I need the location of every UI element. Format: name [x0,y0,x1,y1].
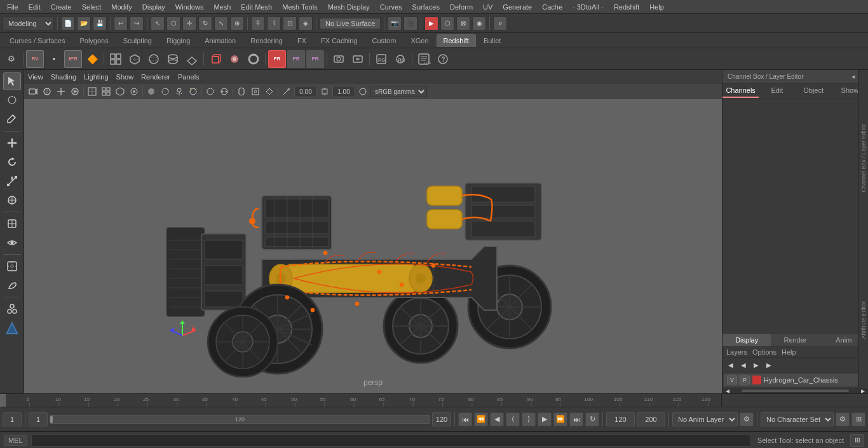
snap-curve-btn[interactable]: ⌇ [267,17,281,31]
shelf-subdiv-btn[interactable] [226,50,243,68]
paint-attr-lt-btn[interactable] [3,276,21,294]
universal-tool-btn[interactable]: ⊕ [230,17,244,31]
menu-mesh-tools[interactable]: Mesh Tools [278,2,322,12]
shelf-rs1-btn[interactable]: RS [372,50,390,68]
snap-grid-btn[interactable]: # [251,17,265,31]
range-bar[interactable]: 120 [50,415,430,424]
undo-btn[interactable]: ↩ [114,17,128,31]
script-type-btn[interactable]: MEL [4,435,27,446]
universal-lt-btn[interactable] [3,191,21,209]
shelf-box-btn[interactable] [126,50,144,68]
save-file-btn[interactable]: 💾 [93,17,107,31]
vp-cam-btn4[interactable] [69,85,81,98]
camera-btn2[interactable]: 🎥 [403,17,417,31]
open-file-btn[interactable]: 📂 [77,17,91,31]
range-end-input[interactable] [432,412,451,426]
vp-snap1-btn[interactable] [235,85,248,98]
shelf-ipr2-btn[interactable] [349,50,367,68]
menu-uv[interactable]: UV [478,2,497,12]
range-start-input[interactable] [29,412,48,426]
vp-grid-btn[interactable] [100,85,112,98]
step-back-frame-btn[interactable]: ⟨ [506,412,520,426]
layer-row-chassis[interactable]: V P Hydrogen_Car_Chassis [724,374,867,386]
layer-v-btn[interactable]: V [727,376,737,384]
layer-scroll-left[interactable]: ◀ [722,388,733,393]
shelf-grid-btn[interactable] [107,50,125,68]
anim-end-input[interactable] [606,412,635,426]
redo-btn[interactable]: ↪ [130,17,144,31]
le-arrow-left2-btn[interactable]: ◀ [738,359,749,370]
le-menu-options[interactable]: Options [752,348,776,356]
le-tab-render[interactable]: Render [771,334,819,346]
render-btn2[interactable]: ⬡ [440,17,454,31]
command-end-btn[interactable]: ⊞ [850,434,864,447]
select-tool-btn[interactable]: ↖ [151,17,165,31]
menu-cache[interactable]: Cache [538,2,567,12]
le-arrow-left-btn[interactable]: ◀ [725,359,736,370]
anim-end2-input[interactable] [637,412,665,426]
rotate-tool-btn[interactable]: ↻ [198,17,212,31]
viewport-gamma-select[interactable]: sRGB gamma Linear Rec.709 [370,86,427,97]
shelf-ipr-btn[interactable]: IPR [64,50,82,68]
current-frame-input[interactable] [3,412,22,426]
menu-curves[interactable]: Curves [376,2,407,12]
timeline-ruler[interactable]: 5 10 15 20 25 30 35 40 45 50 5 [0,393,722,407]
tab-channels[interactable]: Channels [722,84,759,98]
menu-edit-mesh[interactable]: Edit Mesh [236,2,276,12]
menu-mesh[interactable]: Mesh [209,2,235,12]
vp-lighting1-btn[interactable] [173,85,186,98]
shelf-help-btn[interactable]: ? [434,50,452,68]
vp-subdiv-btn[interactable] [114,85,126,98]
tab-redshift[interactable]: Redshift [437,34,476,47]
tab-xgen[interactable]: XGen [403,34,435,47]
vp-axis-btn[interactable] [280,85,293,98]
le-menu-layers[interactable]: Layers [726,348,747,356]
shelf-cylinder-btn[interactable] [164,50,182,68]
snap-point-btn[interactable]: ⊡ [283,17,297,31]
vp-cam-btn1[interactable] [27,85,39,98]
workspace-dropdown[interactable]: Modeling Rigging Animation FX Rendering … [3,17,54,31]
menu-windows[interactable]: Windows [171,2,208,12]
tab-sculpting[interactable]: Sculpting [116,34,159,47]
layer-scrollbar[interactable]: ◀ ▶ [722,388,868,393]
char-set-extra-btn[interactable]: ⊞ [851,412,865,426]
scrub-handle[interactable] [50,416,53,423]
soft-mod-lt-btn[interactable] [3,215,21,233]
camera-btn1[interactable]: 📷 [388,17,402,31]
snap-place-lt-btn[interactable] [3,257,21,275]
tab-rendering[interactable]: Rendering [243,34,290,47]
shelf-pr3-btn[interactable]: PR [306,50,324,68]
menu-select[interactable]: Select [78,2,106,12]
shelf-rv-btn[interactable]: RV [26,50,44,68]
vp-show-menu[interactable]: Show [116,73,134,81]
menu-mesh-display[interactable]: Mesh Display [323,2,374,12]
tab-polygons[interactable]: Polygons [72,34,115,47]
render-btn1[interactable]: ▶ [424,17,438,31]
layer-color-swatch[interactable] [752,376,761,384]
command-input[interactable] [31,434,751,447]
vp-shading2-btn[interactable] [159,85,172,98]
le-tab-display[interactable]: Display [722,334,771,346]
go-end-btn[interactable]: ⏭ [569,412,583,426]
tab-curves-surfaces[interactable]: Curves / Surfaces [3,34,72,47]
anim-layer-select[interactable]: No Anim Layer [672,412,738,426]
step-fwd-frame-btn[interactable]: ⟩ [522,412,536,426]
menu-3dtall[interactable]: - 3DtoAll - [568,2,608,12]
vp-lighting2-btn[interactable] [187,85,200,98]
vp-lighting-menu[interactable]: Lighting [84,73,109,81]
step-back-btn[interactable]: ⏪ [474,412,488,426]
lasso-tool-btn[interactable]: ⬡ [166,17,180,31]
shelf-torus-btn[interactable] [245,50,262,68]
char-set-select[interactable]: No Character Set [761,412,834,426]
play-back-btn[interactable]: ◀ [490,412,504,426]
anim-layer-settings-btn[interactable]: ⚙ [740,412,754,426]
loop-btn[interactable]: ↻ [585,412,599,426]
vp-xray-btn[interactable] [204,85,217,98]
go-start-btn[interactable]: ⏮ [458,412,472,426]
shelf-pr2-btn[interactable]: PR [287,50,305,68]
vp-panels-menu[interactable]: Panels [178,73,200,81]
step-fwd-btn[interactable]: ⏩ [553,412,567,426]
tab-bullet[interactable]: Bullet [477,34,508,47]
no-live-surface-btn[interactable]: No Live Surface [320,18,381,29]
tab-object[interactable]: Object [796,84,832,98]
